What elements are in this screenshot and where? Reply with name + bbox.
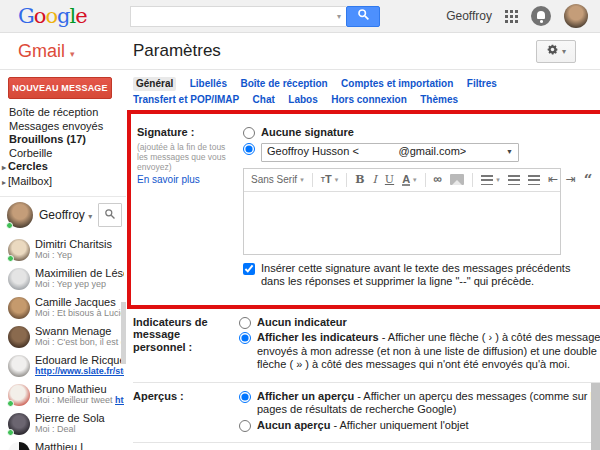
- insert-signature-checkbox-label: Insérer cette signature avant le texte d…: [261, 262, 587, 289]
- gmail-menu[interactable]: Gmail ▾: [0, 41, 126, 62]
- contact-name: Pierre de Sola: [35, 412, 105, 424]
- chat-profile-row: Geoffroy ▾: [0, 196, 126, 232]
- text-color-button[interactable]: A▾: [402, 173, 416, 187]
- settings-tabs: Général Libellés Boîte de réception Comp…: [133, 75, 585, 107]
- contact-row[interactable]: Camille Jacques Moi : Et bisous à Lucie,…: [0, 293, 126, 322]
- contact-status: Moi : C'est bon, il est dar: [35, 337, 124, 348]
- no-indicator-radio[interactable]: [239, 317, 251, 329]
- status-link[interactable]: https: [115, 395, 124, 405]
- online-status-dot: [7, 400, 14, 407]
- tab-inbox[interactable]: Boîte de réception: [240, 77, 327, 91]
- sidebar-item-sent[interactable]: Messages envoyés: [9, 120, 126, 134]
- page-scrollbar[interactable]: [591, 383, 600, 450]
- align-button[interactable]: ▾: [481, 173, 500, 187]
- sidebar-item-inbox[interactable]: Boîte de réception: [9, 106, 126, 120]
- search-options-caret-icon[interactable]: ▾: [337, 12, 341, 21]
- contact-row[interactable]: Bruno Mathieu Moi : Meilleur tweet https: [0, 380, 126, 409]
- show-indicators-radio[interactable]: [239, 332, 251, 344]
- tab-accounts[interactable]: Comptes et importation: [341, 77, 453, 91]
- contact-row[interactable]: Dimitri Charitsis Moi : Yep: [0, 235, 126, 264]
- tab-labs[interactable]: Labos: [288, 93, 317, 107]
- notifications-bell-icon[interactable]: [531, 6, 551, 26]
- no-preview-radio[interactable]: [239, 420, 251, 432]
- search-icon: [357, 8, 370, 24]
- contact-row[interactable]: Pierre de Sola Moi : Deal: [0, 409, 126, 438]
- sidebar-item-mailbox[interactable]: ▸[Mailbox]: [9, 175, 126, 190]
- settings-gear-button[interactable]: ▾: [536, 40, 576, 63]
- sidebar-item-drafts[interactable]: Brouillons (17): [9, 133, 126, 147]
- avatar[interactable]: [7, 202, 33, 228]
- expand-arrow-icon[interactable]: ▸: [2, 163, 6, 172]
- topbar: Google ▾ Geoffroy: [0, 0, 600, 33]
- contact-name: Dimitri Charitsis: [35, 238, 112, 250]
- folder-nav: Boîte de réception Messages envoyés Brou…: [0, 106, 126, 189]
- insert-signature-checkbox[interactable]: [243, 263, 255, 275]
- italic-button[interactable]: I: [373, 173, 377, 187]
- profile-avatar[interactable]: [564, 4, 588, 28]
- compose-button[interactable]: NOUVEAU MESSAGE: [8, 77, 112, 99]
- contact-row[interactable]: Maximilien de Lésél Moi : Yep yep yep: [0, 264, 126, 293]
- avatar: [8, 442, 30, 450]
- insert-link-icon[interactable]: ∞: [434, 173, 443, 187]
- font-size-button[interactable]: TT▾: [321, 173, 339, 187]
- contact-name: Camille Jacques: [35, 296, 124, 308]
- signature-section: Signature : (ajoutée à la fin de tous le…: [137, 119, 600, 297]
- status-link[interactable]: http://www.slate.fr/story/: [35, 366, 124, 376]
- signature-text-area[interactable]: [244, 192, 560, 254]
- chat-profile-name[interactable]: Geoffroy ▾: [39, 208, 92, 222]
- signature-account-radio[interactable]: [243, 143, 255, 155]
- insert-image-icon[interactable]: [450, 174, 464, 185]
- contact-name: Bruno Mathieu: [35, 383, 124, 395]
- search-button[interactable]: [346, 6, 380, 27]
- bullet-list-icon[interactable]: [528, 175, 540, 185]
- contact-row[interactable]: Edouard le Ricque http://www.slate.fr/st…: [0, 351, 126, 380]
- tab-filters[interactable]: Filtres: [467, 77, 497, 91]
- contact-status: Moi : Et bisous à Lucie, :: [35, 308, 124, 319]
- settings-main: Général Libellés Boîte de réception Comp…: [126, 70, 600, 449]
- chevron-down-icon: ▾: [88, 212, 92, 221]
- contact-status: Moi : Yep yep yep: [35, 279, 124, 290]
- tab-general[interactable]: Général: [133, 77, 176, 91]
- sidebar-item-trash[interactable]: Corbeille: [9, 147, 126, 161]
- indent-less-icon[interactable]: ⇤: [548, 173, 558, 187]
- tab-forwarding[interactable]: Transfert et POP/IMAP: [133, 93, 239, 107]
- avatar: [8, 239, 30, 261]
- contact-status: Moi : Meilleur tweet https: [35, 395, 124, 406]
- signature-account-select[interactable]: Geoffroy Husson < @gmail.com> ▼: [261, 143, 519, 162]
- ordered-list-icon[interactable]: [508, 175, 520, 185]
- gear-icon: [546, 43, 559, 59]
- tab-offline[interactable]: Hors connexion: [331, 93, 407, 107]
- learn-more-link[interactable]: En savoir plus: [137, 174, 235, 187]
- avatar: [8, 268, 30, 290]
- google-logo[interactable]: Google: [18, 6, 122, 27]
- contact-row[interactable]: Swann Menage Moi : C'est bon, il est dar: [0, 322, 126, 351]
- contact-name: Maximilien de Lésél: [35, 267, 124, 279]
- contact-status: Moi : Yep: [35, 250, 112, 261]
- bold-button[interactable]: B: [355, 173, 364, 187]
- avatar: [8, 326, 30, 348]
- tab-labels[interactable]: Libellés: [190, 77, 227, 91]
- indent-more-icon[interactable]: ⇥: [566, 173, 576, 187]
- no-signature-label: Aucune signature: [261, 126, 354, 140]
- tab-themes[interactable]: Thèmes: [420, 93, 458, 107]
- tab-chat[interactable]: Chat: [253, 93, 275, 107]
- quote-icon[interactable]: “: [584, 176, 593, 184]
- contact-row[interactable]: Matthieu L tu as appris qu'ils vont f:: [0, 438, 126, 450]
- online-status-dot: [7, 255, 14, 262]
- chat-search-button[interactable]: [98, 203, 122, 227]
- no-signature-radio[interactable]: [243, 127, 255, 139]
- underline-button[interactable]: U: [385, 173, 394, 187]
- avatar: [8, 413, 30, 435]
- avatar: [8, 297, 30, 319]
- apps-grid-icon[interactable]: [505, 10, 518, 23]
- expand-arrow-icon[interactable]: ▸: [2, 178, 6, 187]
- sidebar-item-circles[interactable]: ▸Cercles: [9, 160, 126, 175]
- sidebar: NOUVEAU MESSAGE Boîte de réception Messa…: [0, 70, 126, 449]
- online-status-dot: [6, 222, 13, 229]
- signature-editor: Sans Serif▾ TT▾ B I U A▾ ∞: [243, 168, 561, 255]
- chat-contacts-list: Dimitri Charitsis Moi : Yep Maximilien d…: [0, 235, 126, 450]
- search-input[interactable]: [130, 6, 346, 27]
- show-preview-radio[interactable]: [239, 391, 251, 403]
- font-family-select[interactable]: Sans Serif▾: [251, 173, 304, 187]
- account-username[interactable]: Geoffroy: [446, 9, 492, 23]
